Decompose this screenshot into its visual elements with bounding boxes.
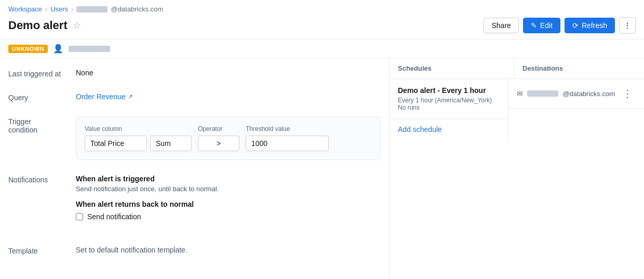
add-schedule-link[interactable]: Add schedule xyxy=(398,125,442,134)
edit-icon: ✎ xyxy=(531,21,537,30)
template-row: Template Set to default notification tem… xyxy=(8,246,381,255)
schedule-item: Demo alert - Every 1 hour Every 1 hour (… xyxy=(390,79,508,119)
schedule-dest-layout: Demo alert - Every 1 hour Every 1 hour (… xyxy=(390,79,644,140)
page-title: Demo alert xyxy=(8,19,68,32)
value-column-label: Value column xyxy=(85,125,192,132)
destinations-column-header: Destinations xyxy=(514,58,644,78)
schedule-runs: No runs xyxy=(398,104,500,111)
threshold-input[interactable] xyxy=(246,136,329,151)
refresh-icon: ⟳ xyxy=(572,21,579,30)
send-notification-checkbox[interactable] xyxy=(76,213,83,220)
schedule-list: Demo alert - Every 1 hour Every 1 hour (… xyxy=(390,79,508,140)
last-triggered-row: Last triggered at None xyxy=(8,69,381,78)
notif-desc: Send notification just once, until back … xyxy=(76,185,381,193)
dest-email-suffix: @databricks.com xyxy=(562,90,615,98)
trigger-columns: Value column Operator Threshold value xyxy=(85,125,372,151)
left-panel: Last triggered at None Query Demo alert … xyxy=(0,58,390,279)
destination-more-button[interactable]: ⋮ xyxy=(619,86,636,101)
share-button[interactable]: Share xyxy=(484,18,518,33)
threshold-label: Threshold value xyxy=(246,125,329,132)
notif-when-back: When alert returns back to normal xyxy=(76,200,381,208)
email-icon: ✉ xyxy=(517,89,523,98)
trigger-condition-value: Value column Operator Threshold value xyxy=(76,116,381,160)
edit-label: Edit xyxy=(540,21,553,30)
query-value: Demo alert - Every 1 hour Total Price Or… xyxy=(76,92,381,102)
last-triggered-value: None xyxy=(76,69,381,78)
notifications-label: Notifications xyxy=(8,175,76,231)
aggregation-input[interactable] xyxy=(150,136,192,151)
status-badge: UNKNOWN xyxy=(8,45,48,53)
trigger-box: Value column Operator Threshold value xyxy=(76,116,381,160)
trigger-condition-row: Trigger condition Value column Operator xyxy=(8,116,381,160)
notif-when-triggered: When alert is triggered xyxy=(76,175,381,183)
user-icon: 👤 xyxy=(53,44,63,54)
breadcrumb-user-redacted xyxy=(76,6,108,12)
breadcrumb-sep-1: › xyxy=(45,5,47,13)
external-link-icon: ↗ xyxy=(128,93,133,100)
user-name-redacted xyxy=(69,46,110,52)
schedules-column-header: Schedules xyxy=(390,58,514,78)
page-header: Demo alert ☆ Share ✎ Edit ⟳ Refresh ⋮ xyxy=(0,15,644,39)
refresh-button[interactable]: ⟳ Refresh xyxy=(565,18,615,33)
notifications-row: Notifications When alert is triggered Se… xyxy=(8,175,381,231)
query-link[interactable]: Demo alert - Every 1 hour Total Price Or… xyxy=(76,92,381,101)
value-column-input[interactable] xyxy=(85,136,147,151)
threshold-col: Threshold value xyxy=(246,125,329,151)
add-schedule-section: Add schedule xyxy=(390,119,508,140)
page-header-left: Demo alert ☆ xyxy=(8,19,81,32)
operator-col: Operator xyxy=(198,125,239,151)
breadcrumb-workspace[interactable]: Workspace xyxy=(8,5,42,13)
operator-label: Operator xyxy=(198,125,239,132)
right-panel-header: Schedules Destinations xyxy=(390,58,644,79)
destination-item: ✉ @databricks.com ⋮ xyxy=(508,79,644,109)
breadcrumb-users[interactable]: Users xyxy=(50,5,68,13)
query-row: Query Demo alert - Every 1 hour Total Pr… xyxy=(8,92,381,102)
breadcrumb-sep-2: › xyxy=(71,5,73,13)
send-notification-label: Send notification xyxy=(87,212,141,221)
schedule-frequency: Every 1 hour (America/New_York) xyxy=(398,97,500,104)
edit-button[interactable]: ✎ Edit xyxy=(523,18,560,33)
template-label: Template xyxy=(8,246,76,255)
notifications-value: When alert is triggered Send notificatio… xyxy=(76,175,381,231)
operator-input[interactable] xyxy=(198,136,239,151)
refresh-label: Refresh xyxy=(582,21,607,30)
schedule-item-title: Demo alert - Every 1 hour xyxy=(398,86,500,95)
value-column-col: Value column xyxy=(85,125,192,151)
query-label: Query xyxy=(8,92,76,102)
template-value: Set to default notification template. xyxy=(76,246,381,255)
destinations-list: ✉ @databricks.com ⋮ xyxy=(508,79,644,140)
star-icon[interactable]: ☆ xyxy=(73,20,81,31)
main-layout: Last triggered at None Query Demo alert … xyxy=(0,58,644,279)
right-panel: Schedules Destinations Demo alert - Ever… xyxy=(390,58,644,279)
last-triggered-label: Last triggered at xyxy=(8,69,76,78)
dest-email-redacted xyxy=(527,90,558,97)
breadcrumb: Workspace › Users › @databricks.com xyxy=(0,0,644,15)
notifications-section: When alert is triggered Send notificatio… xyxy=(76,175,381,221)
more-button[interactable]: ⋮ xyxy=(619,17,636,34)
query-name: Order Revenue xyxy=(76,92,126,101)
page-header-actions: Share ✎ Edit ⟳ Refresh ⋮ xyxy=(484,17,636,34)
send-notification-row: Send notification xyxy=(76,212,381,221)
status-bar: UNKNOWN 👤 xyxy=(0,39,644,58)
trigger-condition-label: Trigger condition xyxy=(8,116,76,160)
breadcrumb-email: @databricks.com xyxy=(111,5,163,13)
